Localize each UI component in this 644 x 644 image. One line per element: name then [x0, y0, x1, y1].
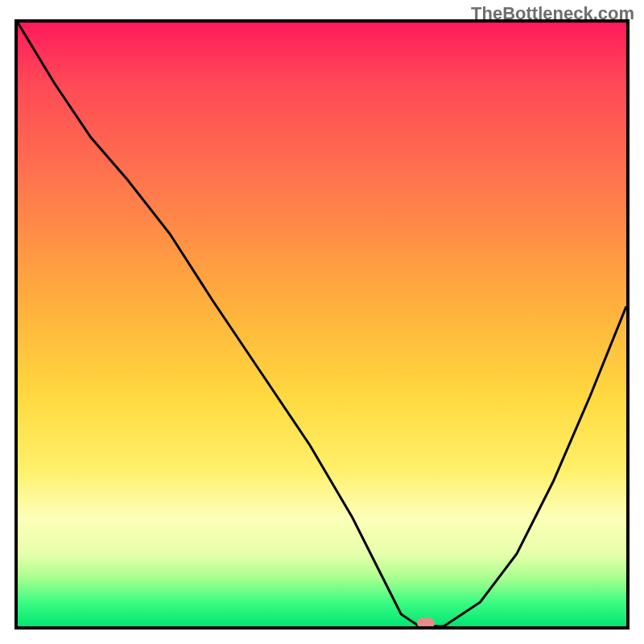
bottleneck-curve [18, 23, 626, 626]
plot-frame [14, 19, 630, 630]
min-marker [417, 618, 435, 628]
watermark-text: TheBottleneck.com [471, 3, 634, 24]
curve-layer [18, 23, 626, 626]
chart-container: TheBottleneck.com [0, 0, 644, 644]
